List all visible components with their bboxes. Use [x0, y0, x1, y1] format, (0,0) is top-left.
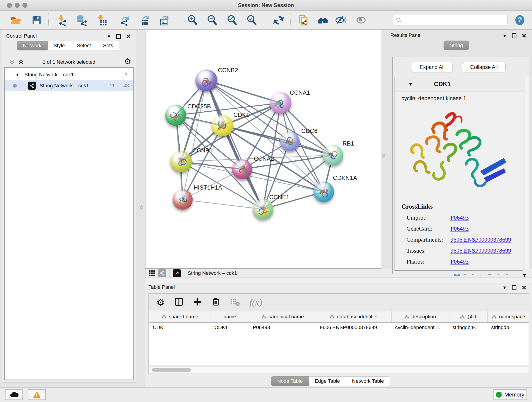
- crosslink-link[interactable]: P06493: [450, 214, 469, 221]
- network-view-icon[interactable]: [158, 269, 166, 277]
- current-network-dot-icon: [13, 84, 17, 88]
- maximize-panel-icon[interactable]: [116, 34, 121, 39]
- column-header-namespace[interactable]: namespace: [488, 312, 529, 322]
- tab-select[interactable]: Select: [71, 41, 97, 51]
- network-node-CDC6[interactable]: [280, 132, 300, 151]
- hide-unhide-icon[interactable]: [335, 14, 347, 26]
- title-bar: Session: New Session: [0, 0, 532, 11]
- maximize-panel-icon[interactable]: [512, 285, 516, 290]
- export-network-icon[interactable]: [119, 14, 131, 26]
- network-edge[interactable]: [183, 80, 206, 200]
- right-splitter-handle[interactable]: [382, 153, 385, 158]
- float-panel-icon[interactable]: ▼: [502, 285, 507, 290]
- network-node-CDKN1A[interactable]: [313, 182, 334, 202]
- network-options-gear-icon[interactable]: ⚙: [124, 57, 131, 65]
- network-edge[interactable]: [183, 200, 263, 209]
- open-file-icon[interactable]: [10, 14, 22, 26]
- close-panel-icon[interactable]: ✕: [126, 33, 131, 39]
- network-node-CCNB2[interactable]: [196, 70, 217, 91]
- zoom-selected-icon[interactable]: [246, 14, 258, 26]
- home-networks-icon[interactable]: [317, 14, 329, 26]
- results-panel-title: Results Panel: [390, 32, 422, 38]
- tree-expand-icon[interactable]: ▼: [15, 72, 19, 77]
- search-input[interactable]: [404, 17, 507, 23]
- network-collection-row[interactable]: ▼ String Network – cdk1 1: [5, 69, 133, 80]
- maximize-panel-icon[interactable]: [512, 33, 516, 38]
- tab-style[interactable]: Style: [48, 41, 71, 51]
- protein-card-header[interactable]: ▼ CDK1: [395, 77, 523, 91]
- column-header-description[interactable]: description: [392, 312, 449, 322]
- zoom-out-icon[interactable]: [206, 14, 218, 26]
- tab-edge-table[interactable]: Edge Table: [309, 376, 346, 386]
- tab-sets[interactable]: Sets: [97, 41, 119, 51]
- network-selection-status: 1 of 1 Network selected: [2, 59, 136, 65]
- column-header-@id[interactable]: @id: [449, 312, 488, 322]
- show-columns-icon[interactable]: [174, 297, 184, 307]
- table-row[interactable]: CDK1CDK1P064939606.ENSP00000378699cyclin…: [149, 322, 529, 332]
- close-panel-icon[interactable]: ✕: [521, 285, 526, 291]
- node-label-HIST1H1A: HIST1H1A: [194, 184, 222, 191]
- memory-button[interactable]: Memory: [493, 389, 527, 400]
- scrollbar-thumb[interactable]: [152, 368, 191, 372]
- column-header-shared-name[interactable]: shared name: [149, 312, 211, 322]
- grid-view-icon[interactable]: [148, 269, 156, 277]
- control-panel-window-controls: ▼ ✕: [107, 33, 131, 39]
- node-label-CCNB2: CCNB2: [218, 67, 238, 74]
- table-horizontal-scrollbar[interactable]: [149, 367, 529, 373]
- add-column-icon[interactable]: [193, 298, 202, 307]
- network-node-HIST1H1A[interactable]: [172, 190, 193, 210]
- tab-node-table[interactable]: Node Table: [271, 376, 309, 386]
- tab-network[interactable]: Network: [17, 41, 48, 51]
- open-in-new-window-icon[interactable]: [173, 269, 181, 277]
- network-node-CCNA2[interactable]: [232, 159, 252, 179]
- column-type-network-icon: [329, 314, 335, 319]
- crosslink-link[interactable]: P06493: [450, 258, 469, 265]
- tab-network-table[interactable]: Network Table: [346, 376, 390, 386]
- network-node-RB1[interactable]: [323, 145, 343, 166]
- collapse-all-button[interactable]: Collapse All: [462, 62, 506, 72]
- zoom-fit-icon[interactable]: [226, 14, 238, 26]
- import-table-icon[interactable]: [95, 14, 108, 26]
- float-panel-icon[interactable]: ▼: [502, 33, 507, 38]
- network-node-CDC25B[interactable]: [165, 105, 186, 126]
- export-table-icon[interactable]: [139, 14, 152, 26]
- crosslink-link[interactable]: P06493: [450, 225, 469, 232]
- save-session-icon[interactable]: [31, 14, 43, 26]
- crosslink-link[interactable]: 9606.ENSP00000378699: [450, 247, 511, 254]
- copy-network-icon[interactable]: [297, 14, 309, 26]
- network-node-CCNE1[interactable]: [253, 199, 273, 220]
- network-node-CCNA1[interactable]: [270, 92, 291, 114]
- show-eye-icon[interactable]: [355, 14, 367, 26]
- crosslink-row: Tissues:9606.ENSP00000378699: [401, 247, 511, 254]
- zoom-in-icon[interactable]: [186, 14, 199, 26]
- node-label-CCNA2: CCNA2: [254, 155, 274, 162]
- cloud-icon: [9, 391, 19, 398]
- expand-all-button[interactable]: Expand All: [412, 62, 453, 72]
- help-icon[interactable]: ?: [514, 14, 526, 26]
- results-scrollbar[interactable]: [524, 77, 529, 270]
- column-header-name[interactable]: name: [211, 312, 249, 322]
- close-panel-icon[interactable]: ✕: [521, 33, 526, 39]
- crosslink-link[interactable]: 9606.ENSP00000378699: [450, 236, 511, 243]
- float-panel-icon[interactable]: ▼: [107, 34, 111, 39]
- import-network-icon[interactable]: [56, 14, 68, 26]
- search-box[interactable]: [393, 15, 507, 26]
- cloud-status-button[interactable]: [5, 389, 23, 400]
- results-tab-string[interactable]: String: [443, 41, 469, 50]
- refresh-icon[interactable]: [272, 14, 285, 26]
- left-splitter-handle[interactable]: [140, 205, 143, 210]
- delete-column-trash-icon[interactable]: [211, 298, 220, 307]
- network-edge[interactable]: [206, 80, 281, 103]
- warnings-button[interactable]: [28, 389, 46, 400]
- network-node-CDK1[interactable]: [212, 115, 233, 136]
- network-row[interactable]: String Network – cdk1 11 48: [5, 80, 133, 91]
- network-view-canvas[interactable]: CCNB2CCNA1CDC25BCDK1CDC6RB1CCNB1CCNA2CDK…: [145, 30, 381, 269]
- column-header-canonical-name[interactable]: canonical name: [249, 312, 316, 322]
- column-header-database-identifier[interactable]: database identifier: [316, 312, 392, 322]
- export-image-icon[interactable]: [158, 14, 171, 26]
- table-options-gear-icon[interactable]: ⚙: [157, 298, 165, 307]
- network-node-CCNB1[interactable]: [170, 151, 192, 172]
- table-panel-splitter[interactable]: [145, 278, 532, 283]
- import-network-from-database-icon[interactable]: [76, 14, 88, 26]
- collapse-section-icon[interactable]: ▼: [408, 82, 413, 87]
